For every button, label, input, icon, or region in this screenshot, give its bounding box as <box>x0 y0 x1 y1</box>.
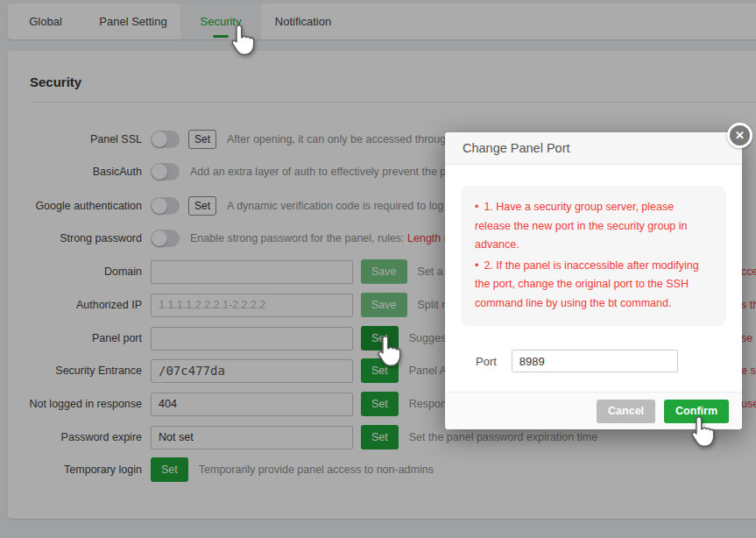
warning-text-1: 1. Have a security group server, please … <box>475 201 688 251</box>
change-panel-port-modal: Change Panel Port ✕ •1. Have a security … <box>445 132 742 429</box>
modal-footer: Cancel Confirm <box>445 392 742 429</box>
modal-warning-box: •1. Have a security group server, please… <box>461 186 726 326</box>
warning-line-2: •2. If the panel is inaccessible after m… <box>475 257 712 314</box>
port-label: Port <box>476 355 497 368</box>
port-input[interactable] <box>512 350 678 372</box>
modal-title: Change Panel Port <box>445 132 742 165</box>
warning-line-1: •1. Have a security group server, please… <box>475 198 712 255</box>
bullet-icon: • <box>475 201 478 213</box>
bullet-icon: • <box>475 259 478 272</box>
confirm-button[interactable]: Confirm <box>664 400 729 423</box>
modal-port-row: Port <box>476 350 742 372</box>
cancel-button[interactable]: Cancel <box>597 400 655 423</box>
close-icon[interactable]: ✕ <box>727 123 752 148</box>
security-settings-page: Global Panel Setting Security Notificati… <box>0 0 756 538</box>
warning-text-2: 2. If the panel is inaccessible after mo… <box>475 259 699 309</box>
